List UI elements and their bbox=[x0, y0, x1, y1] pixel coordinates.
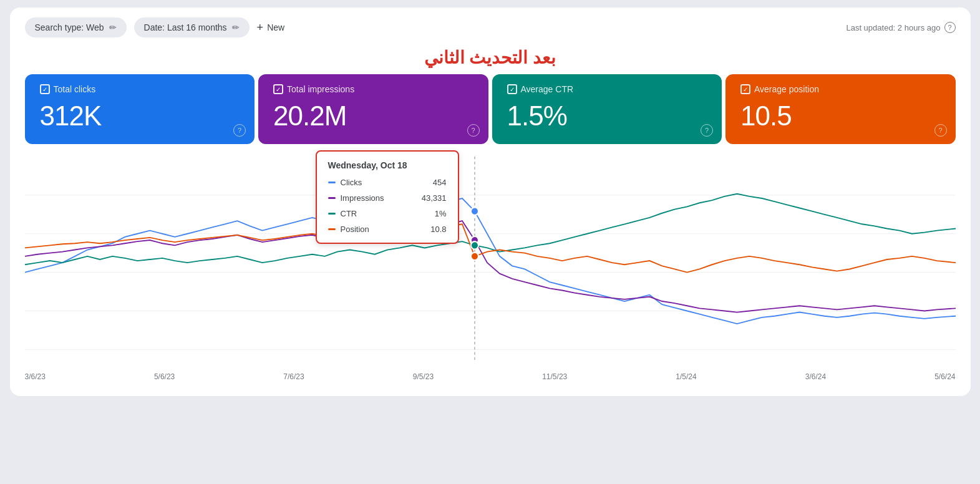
tooltip-row-impressions: Impressions 43,331 bbox=[328, 193, 447, 203]
impressions-value: 20.2M bbox=[273, 100, 473, 132]
date-edit-icon: ✏ bbox=[232, 22, 240, 32]
tooltip-clicks-label: Clicks bbox=[341, 178, 428, 187]
ctr-help[interactable]: ? bbox=[701, 124, 713, 137]
new-button[interactable]: + New bbox=[257, 21, 285, 34]
impressions-checkbox[interactable] bbox=[273, 84, 283, 94]
metric-ctr-label: Average CTR bbox=[507, 84, 707, 94]
chart-tooltip: Wednesday, Oct 18 Clicks 454 Impressions… bbox=[316, 150, 459, 244]
date-label: Date: Last 16 months bbox=[144, 22, 227, 32]
plus-icon: + bbox=[257, 21, 264, 34]
position-checkbox[interactable] bbox=[740, 84, 750, 94]
position-dot-icon bbox=[328, 228, 336, 230]
tooltip-row-clicks: Clicks 454 bbox=[328, 178, 447, 187]
svg-point-8 bbox=[470, 241, 478, 249]
metric-total-clicks: Total clicks 312K ? bbox=[25, 74, 255, 144]
tooltip-row-ctr: CTR 1% bbox=[328, 209, 447, 218]
x-label-1: 5/6/23 bbox=[154, 372, 175, 381]
tooltip-position-label: Position bbox=[341, 225, 426, 234]
tooltip-clicks-value: 454 bbox=[433, 178, 447, 187]
metric-clicks-label: Total clicks bbox=[40, 84, 240, 94]
chart-area: Wednesday, Oct 18 Clicks 454 Impressions… bbox=[10, 144, 971, 369]
x-label-6: 3/6/24 bbox=[805, 372, 826, 381]
tooltip-impressions-label: Impressions bbox=[341, 193, 417, 203]
arabic-title: بعد التحديث الثاني bbox=[10, 45, 971, 74]
metric-total-impressions: Total impressions 20.2M ? bbox=[258, 74, 488, 144]
ctr-checkbox[interactable] bbox=[507, 84, 517, 94]
x-label-5: 1/5/24 bbox=[676, 372, 696, 381]
x-axis: 3/6/23 5/6/23 7/6/23 9/5/23 11/5/23 1/5/… bbox=[10, 369, 971, 381]
tooltip-ctr-label: CTR bbox=[341, 209, 430, 218]
ctr-dot-icon bbox=[328, 213, 336, 215]
new-label: New bbox=[267, 22, 284, 32]
clicks-dot-icon bbox=[328, 182, 336, 183]
x-label-2: 7/6/23 bbox=[283, 372, 304, 381]
x-label-3: 9/5/23 bbox=[413, 372, 434, 381]
metric-position-label: Average position bbox=[740, 84, 941, 94]
ctr-value: 1.5% bbox=[507, 100, 707, 132]
last-updated: Last updated: 2 hours ago ? bbox=[846, 22, 955, 33]
metric-average-ctr: Average CTR 1.5% ? bbox=[492, 74, 722, 144]
x-label-4: 11/5/23 bbox=[542, 372, 567, 381]
date-filter[interactable]: Date: Last 16 months ✏ bbox=[134, 17, 250, 37]
clicks-checkbox[interactable] bbox=[40, 84, 50, 94]
clicks-value: 312K bbox=[40, 100, 240, 132]
help-icon[interactable]: ? bbox=[944, 22, 956, 33]
top-bar: Search type: Web ✏ Date: Last 16 months … bbox=[10, 7, 971, 45]
metrics-row: Total clicks 312K ? Total impressions 20… bbox=[10, 74, 971, 144]
search-type-filter[interactable]: Search type: Web ✏ bbox=[25, 17, 127, 37]
tooltip-position-value: 10.8 bbox=[430, 225, 446, 234]
performance-chart[interactable] bbox=[25, 157, 956, 362]
tooltip-impressions-value: 43,331 bbox=[422, 193, 447, 203]
svg-point-9 bbox=[470, 253, 478, 260]
svg-point-6 bbox=[470, 207, 478, 215]
last-updated-text: Last updated: 2 hours ago bbox=[846, 23, 940, 32]
tooltip-ctr-value: 1% bbox=[435, 209, 447, 218]
metric-impressions-label: Total impressions bbox=[273, 84, 473, 94]
tooltip-date: Wednesday, Oct 18 bbox=[328, 160, 447, 170]
position-value: 10.5 bbox=[740, 100, 941, 132]
x-label-0: 3/6/23 bbox=[25, 372, 46, 381]
search-type-label: Search type: Web bbox=[35, 22, 104, 32]
position-help[interactable]: ? bbox=[934, 124, 947, 137]
clicks-help[interactable]: ? bbox=[233, 124, 246, 137]
x-label-7: 5/6/24 bbox=[934, 372, 955, 381]
main-container: Search type: Web ✏ Date: Last 16 months … bbox=[10, 7, 971, 396]
search-type-edit-icon: ✏ bbox=[109, 22, 117, 32]
metric-average-position: Average position 10.5 ? bbox=[725, 74, 956, 144]
impressions-help[interactable]: ? bbox=[467, 124, 480, 137]
impressions-dot-icon bbox=[328, 197, 336, 199]
tooltip-row-position: Position 10.8 bbox=[328, 225, 447, 234]
